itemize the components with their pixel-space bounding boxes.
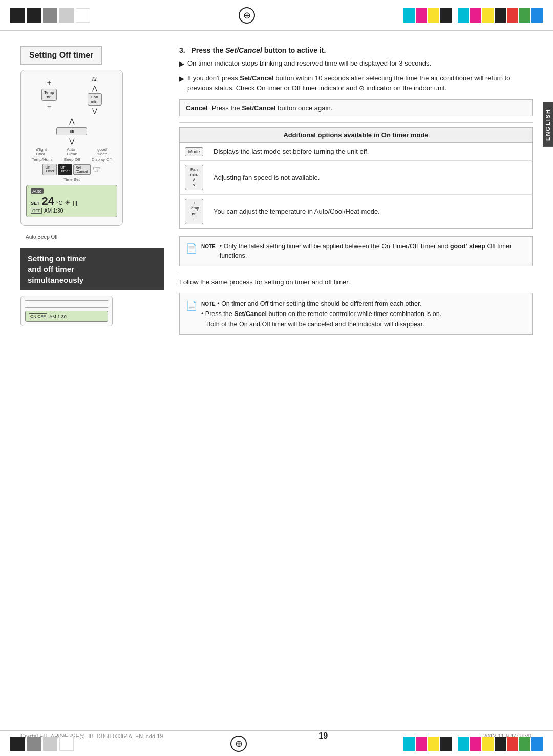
remote-display: Auto SET 24 °C ☀ ||| OFF AM 1:30 [26, 185, 117, 217]
setting-off-timer-title: Setting Off timer [20, 46, 102, 65]
hand-pointer-icon: ☞ [93, 164, 101, 175]
bottom-bar: ⊕ [0, 730, 553, 756]
bullet-text-1: On timer indicator stops blinking and re… [187, 58, 431, 69]
bottom-swatch-green [519, 737, 530, 751]
color-block-lgray [59, 8, 74, 23]
temp-hr-btn[interactable]: Temphr. [41, 89, 57, 101]
bottom-swatch-cyan [403, 737, 415, 751]
swatch-cyan2 [458, 8, 469, 23]
bullet-arrow-1: ▶ [179, 59, 184, 69]
setting-simultaneous-title: Setting on timer and off timer simultane… [20, 248, 164, 290]
note-label: NOTE [201, 243, 216, 250]
remote-control-illustration: + Temphr. − ≋ ⋀ Fanmin. ⋁ ⋀ ≋ ⋁ [20, 70, 123, 226]
off-timer-btn[interactable]: OffTimer [58, 164, 72, 175]
cancel-label: Cancel [186, 104, 208, 112]
mini-am-time: AM 1:30 [49, 314, 67, 319]
swatch-magenta2 [470, 8, 481, 23]
am-time-display: AM 1:30 [44, 208, 63, 214]
swatch-red [507, 8, 518, 23]
top-bar: ⊕ [0, 0, 553, 31]
bottom-compass-icon: ⊕ [230, 736, 247, 752]
signal-icon: ☀ [65, 199, 71, 206]
mode-icon-cell: Mode [180, 142, 209, 160]
mini-line-3 [25, 307, 108, 308]
mini-line-1 [25, 300, 108, 301]
table-header-row: Additional options available in On timer… [180, 127, 533, 142]
english-sidebar: ENGLISH [543, 102, 553, 147]
bottom-swatch-blue [531, 737, 543, 751]
swatch-magenta [416, 8, 427, 23]
swatch-green [519, 8, 530, 23]
divider-2 [179, 274, 533, 274]
main-content: Setting Off timer + Temphr. − ≋ ⋀ Fanmin… [0, 31, 553, 350]
fan-min-btn[interactable]: Fanmin. [88, 93, 102, 106]
swatch-black2 [495, 8, 506, 23]
set-cancel-bold-3: Set/Cancel [242, 104, 275, 112]
bullet-text-2: If you don't press Set/Cancel button wit… [187, 73, 533, 93]
step3-header: 3. Press the Set/Cancel button to active… [179, 46, 533, 54]
bottom-note-text-2: • Press the Set/Cancel button on the rem… [201, 310, 441, 318]
good-sleep-bold: good' sleep [450, 243, 485, 250]
set-cancel-bold: Set/Cancel [225, 46, 262, 54]
bottom-swatch-yellow [428, 737, 439, 751]
note-box-timer: 📄 NOTE • Only the latest setting timer w… [179, 236, 533, 267]
table-header-text: Additional options available in On timer… [283, 131, 428, 139]
divider-1 [179, 122, 533, 123]
bottom-swatch-black2 [495, 737, 506, 751]
note-document-icon: 📄 [186, 242, 197, 256]
set-cancel-bold-4: Set/Cancel [234, 310, 267, 318]
bottom-compass-center: ⊕ [74, 736, 403, 752]
follow-text: Follow the same process for setting on t… [179, 278, 533, 286]
color-block-black [10, 8, 25, 23]
color-block-white [76, 8, 90, 23]
bottom-bar-right-swatches [403, 737, 543, 751]
table-row-mode: Mode Displays the last mode set before t… [180, 142, 533, 160]
compass-center: ⊕ [90, 7, 403, 24]
fan-icon-cell: Fanmin.∧∨ [180, 160, 209, 195]
remote-timer-row: OnTimer OffTimer Set/Cancel ☞ [26, 164, 117, 175]
bottom-swatch-magenta [416, 737, 427, 751]
bullet-item-1: ▶ On timer indicator stops blinking and … [179, 58, 533, 69]
mini-line-2 [25, 304, 108, 304]
table-header-cell: Additional options available in On timer… [180, 127, 533, 142]
on-timer-btn[interactable]: OnTimer [42, 164, 57, 175]
bottom-note-document-icon: 📄 [186, 299, 197, 313]
cancel-bar: Cancel Press the Set/Cancel button once … [179, 99, 533, 116]
right-column: 3. Press the Set/Cancel button to active… [179, 46, 533, 335]
compass-icon: ⊕ [239, 7, 255, 24]
top-bar-right-swatches [403, 8, 543, 23]
mode-description: Displays the last mode set before turnin… [208, 142, 533, 160]
bottom-note-text-3: Both of the On and Off timer will be can… [201, 321, 424, 328]
temp-icon-cell: +Temphr.− [180, 195, 209, 229]
cancel-text: Press the Set/Cancel button once again. [212, 104, 333, 112]
middle-arrow-btn[interactable]: ≋ [56, 127, 87, 135]
auto-label: Auto [31, 188, 44, 194]
table-row-fan: Fanmin.∧∨ Adjusting fan speed is not ava… [180, 160, 533, 195]
set-cancel-bold-2: Set/Cancel [240, 74, 273, 82]
color-block-gray [43, 8, 57, 23]
bottom-note-content: NOTE • On timer and Off timer setting ti… [201, 299, 441, 329]
bottom-bar-left-blocks [10, 737, 74, 751]
simultaneous-title-text: Setting on timer and off timer simultane… [28, 254, 86, 284]
mini-remote-lines [25, 300, 108, 308]
signal-bars: ||| [73, 200, 77, 206]
table-row-temp: +Temphr.− You can adjust the temperature… [180, 195, 533, 229]
bottom-color-block-3 [43, 737, 57, 751]
fan-icon-box: Fanmin.∧∨ [185, 165, 203, 191]
time-set-label: Time Set [26, 177, 117, 182]
mini-remote-illustration: ON OFF AM 1:30 [20, 296, 113, 326]
bottom-note-box: 📄 NOTE • On timer and Off timer setting … [179, 293, 533, 335]
set-temp-label: SET [31, 201, 40, 206]
bottom-note-text-1: • On timer and Off timer setting time sh… [217, 300, 421, 307]
swatch-yellow [428, 8, 439, 23]
swatch-cyan [403, 8, 415, 23]
time-display-row: OFF AM 1:30 [31, 208, 113, 214]
bottom-swatch-yellow2 [482, 737, 494, 751]
top-bar-left-blocks [10, 8, 90, 23]
additional-options-table: Additional options available in On timer… [179, 127, 533, 229]
mini-remote-display: ON OFF AM 1:30 [25, 311, 108, 322]
set-cancel-btn[interactable]: Set/Cancel [73, 164, 91, 175]
bottom-swatch-black [440, 737, 452, 751]
swatch-black [440, 8, 452, 23]
remote-label-row2: Temp/Humi Beep Off Display Off [26, 157, 117, 162]
